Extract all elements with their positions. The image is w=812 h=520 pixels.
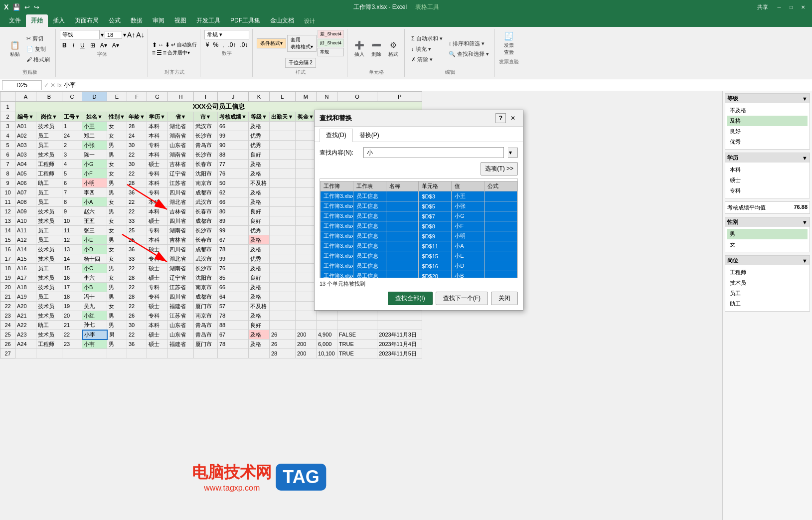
thousand-sep-btn[interactable]: 千位分隔 2 (285, 58, 316, 68)
fill-btn[interactable]: ↓ 填充 ▾ (409, 44, 445, 54)
tab-pdf[interactable]: PDF工具集 (225, 14, 265, 27)
maximize-btn[interactable]: □ (786, 2, 796, 12)
header-岗位[interactable]: 岗位▼ (36, 112, 62, 122)
autosum-btn[interactable]: Σ 自动求和 ▾ (409, 34, 445, 43)
percent-btn[interactable]: % (211, 41, 220, 49)
岗位-filter-icon[interactable]: ▼ (802, 258, 808, 264)
filter-员工[interactable]: 员工 (727, 288, 808, 299)
find-replace-dialog[interactable]: 查找和替换 ? ✕ 查找(D) 替换(P) 查找内容(N): ▾ 选项(T) >… (314, 110, 523, 311)
currency-btn[interactable]: ¥ (204, 41, 211, 49)
col-header-P[interactable]: P (377, 92, 422, 102)
filter-不及格[interactable]: 不及格 (727, 105, 808, 116)
dialog-help-btn[interactable]: ? (495, 113, 506, 123)
font-color-btn[interactable]: A▾ (110, 41, 121, 49)
header-出勤[interactable]: 出勤天▼ (269, 112, 295, 122)
find-all-btn[interactable]: 查找全部(I) (388, 292, 432, 305)
quick-access-save[interactable]: 💾 (12, 3, 20, 11)
col-header-L[interactable]: L (269, 92, 295, 102)
header-等级[interactable]: 等级▼ (248, 112, 269, 122)
minimize-btn[interactable]: ─ (774, 2, 784, 12)
tab-wps[interactable]: 金山文档 (265, 14, 299, 27)
increase-decimal-btn[interactable]: .0↑ (226, 41, 237, 49)
font-size-decrease[interactable]: A↓ (136, 31, 144, 39)
result-row[interactable]: 工作簿3.xlsx员工信息$D$20小B (321, 271, 517, 279)
result-row[interactable]: 工作簿3.xlsx员工信息$D$9小明 (321, 231, 517, 241)
format-btn[interactable]: ⚙ 格式 (385, 39, 401, 59)
sheet4-good[interactable]: 好_Sheet4 (318, 39, 344, 47)
quick-access-undo[interactable]: ↩ (24, 3, 30, 11)
comma-btn[interactable]: , (221, 41, 225, 49)
font-size-select[interactable]: 18 (105, 31, 122, 39)
quick-access-redo[interactable]: ↪ (34, 3, 39, 11)
number-format-select[interactable]: 常规 ▾ (204, 30, 250, 39)
tab-developer[interactable]: 开发工具 (191, 14, 225, 27)
header-年龄[interactable]: 年龄▼ (127, 112, 147, 122)
col-header-B[interactable]: B (36, 92, 62, 102)
filter-助工[interactable]: 助工 (727, 299, 808, 309)
paste-btn[interactable]: 📋 粘贴 (7, 39, 23, 59)
col-header-N[interactable]: N (316, 92, 337, 102)
result-row[interactable]: 工作簿3.xlsx员工信息$D$8小F (321, 221, 517, 231)
format-painter-btn[interactable]: 🖌 格式刷 (24, 55, 52, 64)
copy-btn[interactable]: 📄 复制 (24, 44, 52, 54)
result-row[interactable]: 工作簿3.xlsx员工信息$D$16小D (321, 261, 517, 271)
invoice-btn[interactable]: 🧾 发票查验 (501, 30, 517, 57)
header-学历[interactable]: 学历▼ (147, 112, 168, 122)
share-btn[interactable]: 共享 (753, 3, 772, 11)
header-奖金[interactable]: 奖金▼ (295, 112, 316, 122)
col-header-K[interactable]: K (248, 92, 269, 102)
tab-pagelayout[interactable]: 页面布局 (70, 14, 104, 27)
align-center-btn[interactable]: ☰ (157, 49, 162, 56)
cut-btn[interactable]: ✂ 剪切 (24, 34, 52, 43)
selected-cell-D25[interactable]: 小李 (82, 330, 107, 340)
header-省[interactable]: 省▼ (168, 112, 194, 122)
auto-wrap-btn[interactable]: 自动换行 (177, 41, 197, 48)
italic-btn[interactable]: I (70, 41, 77, 50)
clear-btn[interactable]: ✗ 清除 ▾ (409, 55, 445, 64)
font-size-dropdown[interactable]: ▾ (123, 31, 126, 38)
filter-硕士[interactable]: 硕士 (727, 175, 808, 185)
header-性别[interactable]: 性别▼ (107, 112, 127, 122)
header-考核[interactable]: 考核成绩▼ (218, 112, 249, 122)
dialog-tab-replace[interactable]: 替换(P) (353, 129, 386, 142)
name-cell[interactable]: 小张 (82, 141, 107, 150)
insert-btn[interactable]: ➕ 插入 (351, 39, 367, 59)
tab-insert[interactable]: 插入 (48, 14, 70, 27)
filter-女[interactable]: 女 (727, 239, 808, 250)
col-header-J[interactable]: J (218, 92, 249, 102)
sort-filter-btn[interactable]: ↕ 排序和筛选 ▾ (446, 39, 491, 48)
dialog-tab-find[interactable]: 查找(D) (320, 129, 353, 142)
find-select-btn[interactable]: 🔍 查找和选择 ▾ (446, 49, 491, 59)
dialog-title-bar[interactable]: 查找和替换 ? ✕ (315, 110, 523, 127)
result-row[interactable]: 工作簿3.xlsx员工信息$D$3小王 (321, 191, 517, 201)
result-row[interactable]: 工作簿3.xlsx员工信息$D$5小张 (321, 201, 517, 211)
font-family-dropdown[interactable]: ▾ (101, 31, 104, 38)
tab-review[interactable]: 审阅 (148, 14, 169, 27)
col-header-M[interactable]: M (295, 92, 316, 102)
dialog-find-dropdown[interactable]: ▾ (508, 148, 518, 158)
col-header-E[interactable]: E (107, 92, 127, 102)
col-header-G[interactable]: G (147, 92, 168, 102)
filter-优秀[interactable]: 优秀 (727, 137, 808, 147)
merge-center-btn[interactable]: 合并居中▾ (167, 49, 190, 56)
dialog-close-btn[interactable]: ✕ (508, 113, 518, 123)
delete-btn[interactable]: ➖ 删除 (368, 39, 384, 59)
conditional-format-btn[interactable]: 条件格式▾ (257, 38, 286, 48)
col-header-O[interactable]: O (337, 92, 377, 102)
col-header-F[interactable]: F (127, 92, 147, 102)
format-as-table-btn[interactable]: 套用表格格式▾ (287, 35, 317, 52)
align-middle-btn[interactable]: ↔ (158, 41, 164, 48)
filter-良好[interactable]: 良好 (727, 126, 808, 137)
性别-filter-icon[interactable]: ▼ (802, 219, 808, 225)
font-family-select[interactable]: 等线 (60, 30, 100, 39)
tab-data[interactable]: 数据 (126, 14, 148, 27)
tab-file[interactable]: 文件 (4, 14, 26, 27)
filter-本科[interactable]: 本科 (727, 165, 808, 175)
wrap-text-btn[interactable]: ↵ (171, 41, 176, 48)
tab-view[interactable]: 视图 (169, 14, 191, 27)
align-bottom-btn[interactable]: ⬇ (165, 41, 170, 48)
filter-男[interactable]: 男 (727, 229, 808, 239)
tab-home[interactable]: 开始 (26, 14, 48, 27)
tab-formulas[interactable]: 公式 (104, 14, 126, 27)
cell-reference[interactable]: D25 (2, 80, 42, 90)
